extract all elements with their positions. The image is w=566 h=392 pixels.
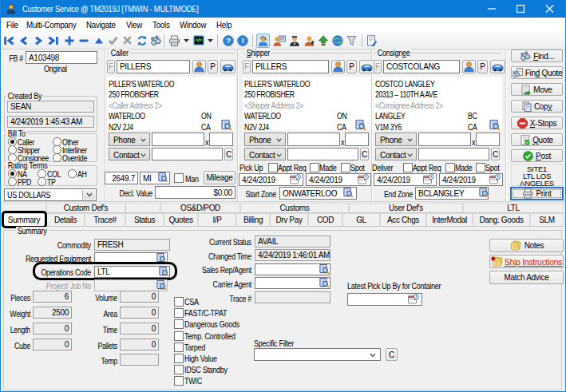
svg-text:!: ! <box>242 36 244 45</box>
svg-text:?: ? <box>226 36 231 45</box>
